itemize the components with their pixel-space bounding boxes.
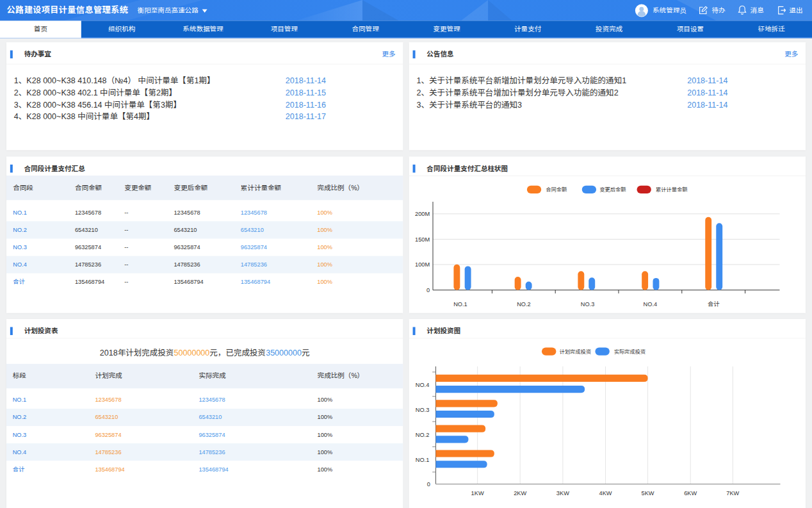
svg-text:150M: 150M [415, 236, 430, 243]
svg-text:100M: 100M [415, 261, 430, 268]
svg-text:计划完成投资: 计划完成投资 [560, 348, 592, 355]
svg-text:0: 0 [427, 481, 430, 488]
svg-text:1KW: 1KW [471, 490, 484, 496]
svg-text:NO.4: NO.4 [416, 382, 430, 388]
svg-text:累计计量金额: 累计计量金额 [656, 186, 688, 193]
svg-text:200M: 200M [415, 211, 430, 217]
svg-text:NO.4: NO.4 [644, 301, 658, 307]
svg-text:变更后金额: 变更后金额 [599, 186, 626, 193]
svg-text:7KW: 7KW [726, 490, 739, 496]
svg-text:实际完成投资: 实际完成投资 [614, 348, 646, 355]
svg-text:5KW: 5KW [642, 490, 654, 496]
svg-text:合同金额: 合同金额 [546, 186, 567, 193]
svg-text:4KW: 4KW [599, 490, 612, 496]
svg-text:NO.1: NO.1 [453, 301, 467, 307]
svg-text:NO.3: NO.3 [581, 301, 595, 307]
svg-text:NO.2: NO.2 [517, 301, 531, 307]
svg-text:3KW: 3KW [556, 490, 569, 496]
svg-text:2KW: 2KW [514, 490, 526, 496]
svg-text:NO.3: NO.3 [416, 407, 430, 413]
svg-text:0: 0 [426, 287, 430, 293]
svg-text:NO.2: NO.2 [416, 432, 430, 438]
svg-text:6KW: 6KW [684, 490, 697, 496]
svg-text:NO.1: NO.1 [416, 457, 430, 463]
svg-text:合计: 合计 [708, 301, 720, 307]
